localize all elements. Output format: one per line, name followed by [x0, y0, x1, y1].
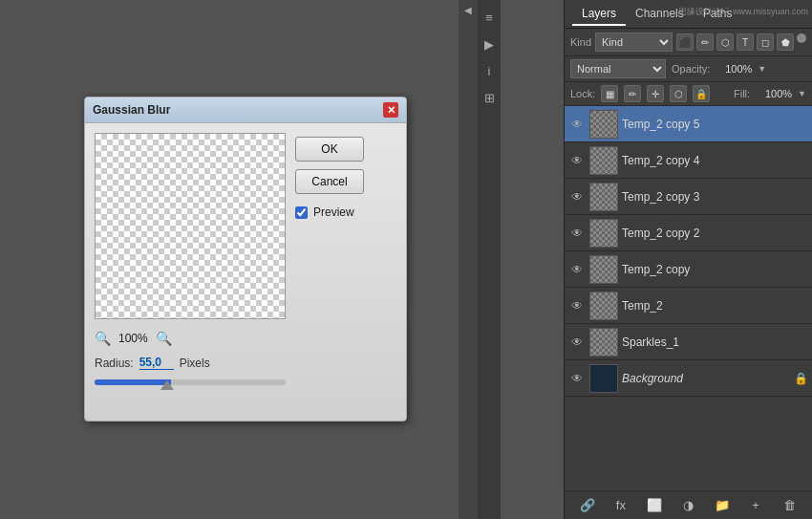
dialog-main: OK Cancel Preview: [95, 133, 396, 319]
tab-layers[interactable]: Layers: [572, 3, 626, 26]
preview-checkbox[interactable]: [295, 206, 308, 219]
opacity-value[interactable]: 100%: [716, 63, 752, 75]
lock-all-icon[interactable]: 🔒: [693, 85, 710, 102]
filter-adjust-icon[interactable]: ⬡: [716, 33, 734, 51]
zoom-out-icon[interactable]: 🔍: [95, 331, 111, 346]
filter-vector-icon[interactable]: ◻: [757, 33, 774, 51]
layer-name: Temp_2 copy 3: [622, 190, 808, 204]
move-icon[interactable]: ▶: [480, 34, 499, 54]
radius-label: Radius:: [95, 357, 134, 370]
layer-visibility-icon[interactable]: 👁: [568, 261, 586, 278]
zoom-in-icon[interactable]: 🔍: [156, 331, 172, 346]
layer-lock-icon: 🔒: [794, 372, 808, 385]
layer-name: Temp_2: [622, 299, 808, 313]
preview-canvas: [95, 133, 286, 319]
layer-visibility-icon[interactable]: 👁: [568, 152, 586, 169]
layer-visibility-icon[interactable]: 👁: [568, 188, 586, 205]
gaussian-blur-dialog: Gaussian Blur ✕ OK Cancel Preview 🔍 100%…: [84, 97, 407, 422]
dialog-close-button[interactable]: ✕: [383, 102, 398, 118]
new-adjustment-icon[interactable]: ◑: [678, 496, 697, 515]
dialog-titlebar: Gaussian Blur ✕: [85, 97, 406, 123]
layer-name: Temp_2 copy 4: [622, 154, 808, 167]
layer-thumbnail: [589, 364, 618, 393]
lock-label: Lock:: [570, 88, 595, 99]
filter-pixel-icon[interactable]: ⬛: [676, 33, 694, 51]
layer-thumbnail: [589, 292, 618, 320]
radius-slider-track[interactable]: [95, 379, 286, 385]
cancel-button[interactable]: Cancel: [295, 169, 364, 194]
fill-value[interactable]: 100%: [756, 88, 792, 99]
ok-button[interactable]: OK: [295, 137, 364, 162]
add-style-icon[interactable]: fx: [611, 496, 630, 515]
filter-row: Kind Kind ⬛ ✏ ⬡ T ◻ ⬟: [565, 29, 812, 56]
lock-artboard-icon[interactable]: ⬡: [670, 85, 687, 102]
panel-side-icons: ≡ ▶ i ⊞: [478, 0, 501, 519]
filter-brush-icon[interactable]: ✏: [696, 33, 714, 51]
fill-label: Fill:: [734, 88, 750, 99]
dialog-title: Gaussian Blur: [93, 103, 170, 117]
layer-thumbnail: [589, 183, 618, 211]
layer-item[interactable]: 👁Temp_2 copy: [565, 251, 812, 288]
radius-slider-thumb[interactable]: [160, 380, 174, 390]
zoom-row: 🔍 100% 🔍: [95, 331, 396, 346]
layer-visibility-icon[interactable]: 👁: [568, 334, 586, 351]
lock-position-icon[interactable]: ✛: [647, 85, 664, 102]
fill-arrow-icon: ▼: [798, 89, 806, 98]
link-layers-icon[interactable]: 🔗: [578, 496, 597, 515]
lock-transparent-icon[interactable]: ▦: [601, 85, 618, 102]
layer-item[interactable]: 👁Temp_2: [565, 288, 812, 324]
layer-visibility-icon[interactable]: 👁: [568, 116, 586, 133]
layer-item[interactable]: 👁Temp_2 copy 3: [565, 179, 812, 215]
layer-thumbnail: [589, 146, 618, 175]
layer-name: Sparkles_1: [622, 335, 808, 349]
info-icon[interactable]: i: [480, 61, 499, 80]
layer-name: Temp_2 copy: [622, 263, 808, 276]
layer-item[interactable]: 👁Temp_2 copy 4: [565, 142, 812, 179]
layer-visibility-icon[interactable]: 👁: [568, 225, 586, 242]
preview-label: Preview: [313, 205, 354, 219]
blend-mode-select[interactable]: Normal: [570, 59, 666, 78]
watermark: 思缘设计论坛 www.missyuan.com: [678, 6, 808, 18]
preview-row: Preview: [295, 205, 364, 219]
layers-bottom-bar: 🔗 fx ⬜ ◑ 📁 + 🗑: [565, 490, 812, 519]
filter-type-icon[interactable]: T: [737, 33, 754, 51]
delete-layer-icon[interactable]: 🗑: [780, 496, 799, 515]
layer-visibility-icon[interactable]: 👁: [568, 370, 586, 387]
layer-visibility-icon[interactable]: 👁: [568, 297, 586, 314]
layer-name: Temp_2 copy 5: [622, 118, 808, 131]
filter-label: Kind: [570, 36, 591, 48]
panel-collapse-arrow[interactable]: ◀: [459, 0, 478, 519]
blend-mode-row: Normal Opacity: 100% ▼: [565, 56, 812, 82]
layers-panel: 思缘设计论坛 www.missyuan.com Layers Channels …: [564, 0, 812, 519]
radius-row: Radius: 55,0 Pixels: [95, 356, 396, 370]
opacity-label: Opacity:: [672, 63, 710, 75]
dialog-content: OK Cancel Preview 🔍 100% 🔍 Radius: 55,0 …: [85, 123, 406, 395]
layer-thumbnail: [589, 110, 618, 139]
add-mask-icon[interactable]: ⬜: [645, 496, 664, 515]
zoom-percentage: 100%: [118, 332, 148, 345]
layer-item[interactable]: 👁Temp_2 copy 5: [565, 106, 812, 142]
radius-slider-row[interactable]: [95, 379, 396, 385]
layer-thumbnail: [589, 255, 618, 284]
new-layer-icon[interactable]: +: [746, 496, 765, 515]
filter-toggle-dot[interactable]: [797, 33, 806, 43]
new-group-icon[interactable]: 📁: [713, 496, 732, 515]
lock-row: Lock: ▦ ✏ ✛ ⬡ 🔒 Fill: 100% ▼: [565, 82, 812, 106]
filter-icons: ⬛ ✏ ⬡ T ◻ ⬟: [676, 33, 806, 51]
lock-image-icon[interactable]: ✏: [624, 85, 641, 102]
dialog-buttons: OK Cancel Preview: [295, 133, 364, 319]
layer-item[interactable]: 👁Background🔒: [565, 360, 812, 397]
layer-thumbnail: [589, 328, 618, 357]
layers-list: 👁Temp_2 copy 5👁Temp_2 copy 4👁Temp_2 copy…: [565, 106, 812, 490]
radius-unit: Pixels: [180, 357, 210, 370]
filter-select[interactable]: Kind: [595, 32, 673, 52]
arrange-icon[interactable]: ⊞: [480, 88, 499, 107]
collapse-icon[interactable]: ◀: [464, 5, 472, 15]
layer-item[interactable]: 👁Temp_2 copy 2: [565, 215, 812, 251]
opacity-arrow-icon: ▼: [758, 64, 766, 74]
layer-name: Temp_2 copy 2: [622, 227, 808, 240]
layers-icon[interactable]: ≡: [480, 8, 499, 27]
radius-value[interactable]: 55,0: [139, 356, 174, 370]
layer-item[interactable]: 👁Sparkles_1: [565, 324, 812, 360]
filter-smart-icon[interactable]: ⬟: [777, 33, 794, 51]
